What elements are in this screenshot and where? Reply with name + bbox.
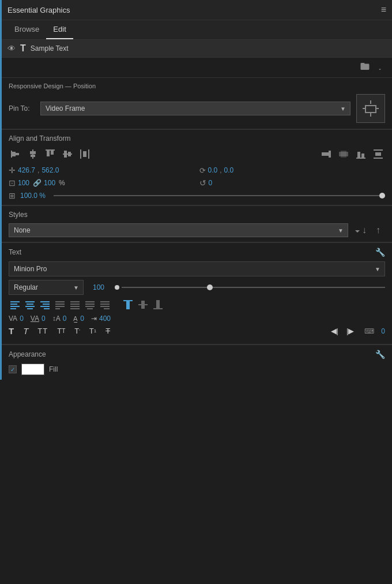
style-select-wrapper: Regular ▼ (9, 280, 84, 295)
svg-rect-21 (357, 152, 360, 158)
layer-row: 👁 T Sample Text (2, 40, 392, 58)
indent-label: ⇥ (91, 315, 97, 323)
text-justify-btn[interactable] (54, 298, 66, 311)
text-align-left-btn[interactable] (9, 298, 21, 311)
position-x[interactable]: 426.7 (18, 166, 35, 174)
text-vertical-top-btn[interactable] (122, 298, 134, 311)
play-left-btn[interactable]: ◀| (331, 327, 338, 335)
bold-btn[interactable]: T (9, 326, 14, 336)
tab-edit[interactable]: Edit (46, 20, 73, 39)
text-align-row (9, 298, 385, 311)
play-right-btn[interactable]: |▶ (346, 327, 354, 335)
svg-rect-58 (153, 308, 163, 309)
styles-select-wrapper: None ▼ (9, 223, 348, 237)
baseline-group: A̲ 0 (73, 315, 84, 323)
pin-icon[interactable] (375, 61, 385, 74)
position-group: ✛ 426.7 , 562.0 (9, 166, 195, 175)
scale-h[interactable]: 100 (44, 179, 55, 187)
appearance-wrench-icon[interactable]: 🔧 (375, 350, 385, 359)
link-icon[interactable]: 🔗 (33, 179, 42, 187)
move-icon: ✛ (9, 166, 16, 175)
text-wrench-icon[interactable]: 🔧 (375, 248, 385, 257)
styles-section: Styles None ▼ ↓ ↑ (2, 206, 392, 242)
strikethrough-btn[interactable]: T (105, 327, 110, 335)
svg-rect-31 (27, 304, 33, 305)
panel-title: Essential Graphics (7, 6, 70, 14)
baseline-value[interactable]: 0 (80, 315, 84, 323)
appearance-title: Appearance (9, 350, 46, 358)
styles-select[interactable]: None (9, 223, 348, 237)
text-justify-all-btn[interactable] (69, 298, 81, 311)
svg-rect-23 (374, 149, 383, 151)
tracking-value[interactable]: 0 (42, 315, 46, 323)
smallcaps-btn[interactable]: TT (57, 327, 65, 335)
scale-w[interactable]: 100 (18, 179, 29, 187)
opacity-value[interactable]: 100.0 % (20, 192, 46, 200)
rotate-value[interactable]: 0 (209, 179, 213, 187)
glyph-value[interactable]: 0 (381, 327, 385, 335)
svg-rect-54 (123, 300, 133, 301)
svg-rect-1 (12, 152, 16, 156)
subscript-btn[interactable]: T1 (89, 327, 96, 335)
leading-label: ↕A (52, 315, 61, 323)
fill-checkbox[interactable] (9, 365, 17, 373)
align-left-edge-btn[interactable] (9, 147, 22, 161)
scale-group: ⊡ 100 🔗 100 % (9, 178, 195, 188)
allcaps-btn[interactable]: TT (37, 327, 48, 335)
style-apply-up-btn[interactable]: ↑ (371, 223, 385, 237)
svg-rect-52 (100, 306, 110, 307)
text-vertical-center-btn[interactable] (137, 298, 149, 311)
rotation-y[interactable]: 0.0 (224, 166, 234, 174)
leading-value[interactable]: 0 (63, 315, 67, 323)
font-select[interactable]: Minion Pro (9, 261, 385, 276)
styles-title: Styles (9, 211, 385, 219)
glyph-icon: ⌨ (364, 327, 374, 335)
svg-rect-57 (141, 301, 145, 309)
rotation-x[interactable]: 0.0 (208, 166, 218, 174)
position-y[interactable]: 562.0 (42, 166, 59, 174)
text-justify-last-center-btn[interactable] (84, 298, 96, 311)
align-center-h-btn[interactable] (26, 147, 40, 161)
superscript-btn[interactable]: T' (74, 327, 80, 335)
tab-browse[interactable]: Browse (7, 20, 46, 39)
style-apply-down-btn[interactable]: ↓ (353, 223, 367, 237)
align-transform-title: Align and Transform (9, 134, 385, 143)
text-align-right-btn[interactable] (39, 298, 51, 311)
folder-icon[interactable] (360, 61, 370, 74)
kerning-group: VA 0 (9, 315, 24, 323)
svg-rect-46 (85, 301, 95, 302)
pin-to-select[interactable]: Video Frame (40, 102, 350, 115)
distribute-v-btn[interactable] (371, 147, 385, 161)
opacity-slider[interactable] (54, 195, 385, 196)
kerning-value[interactable]: 0 (20, 315, 24, 323)
opacity-slider-wrapper (54, 195, 385, 196)
visibility-icon[interactable]: 👁 (7, 44, 16, 53)
panel-menu-icon[interactable]: ≡ (381, 5, 386, 15)
text-align-center-btn[interactable] (24, 298, 36, 311)
align-middle-btn[interactable] (61, 147, 74, 161)
responsive-design-section: Responsive Design — Position Pin To: Vid… (2, 78, 392, 129)
svg-rect-40 (55, 306, 65, 307)
text-justify-last-right-btn[interactable] (99, 298, 111, 311)
text-section: Text 🔧 Minion Pro ▼ Regular ▼ 100 (2, 243, 392, 345)
align-bottom-btn[interactable] (354, 147, 368, 161)
italic-btn[interactable]: T (23, 326, 28, 336)
svg-rect-27 (10, 304, 17, 305)
font-size-value[interactable]: 100 (93, 283, 107, 291)
text-vertical-bottom-btn[interactable] (152, 298, 164, 311)
svg-rect-2 (16, 153, 19, 155)
pin-frame-inner (363, 100, 379, 117)
tabs-bar: Browse Edit (2, 20, 392, 40)
pin-to-label: Pin To: (9, 104, 35, 113)
indent-value[interactable]: 400 (99, 315, 111, 323)
pin-frame-widget (356, 94, 385, 123)
font-style-select[interactable]: Regular (9, 280, 84, 295)
font-size-slider[interactable] (122, 287, 385, 288)
svg-rect-8 (51, 151, 54, 155)
align-center-v-btn[interactable] (337, 147, 350, 161)
fill-color-swatch[interactable] (21, 364, 44, 375)
align-top-btn[interactable] (43, 147, 57, 161)
distribute-btn[interactable] (78, 147, 92, 161)
align-right-btn[interactable] (319, 147, 333, 161)
pin-row: Pin To: Video Frame ▼ (9, 94, 385, 123)
